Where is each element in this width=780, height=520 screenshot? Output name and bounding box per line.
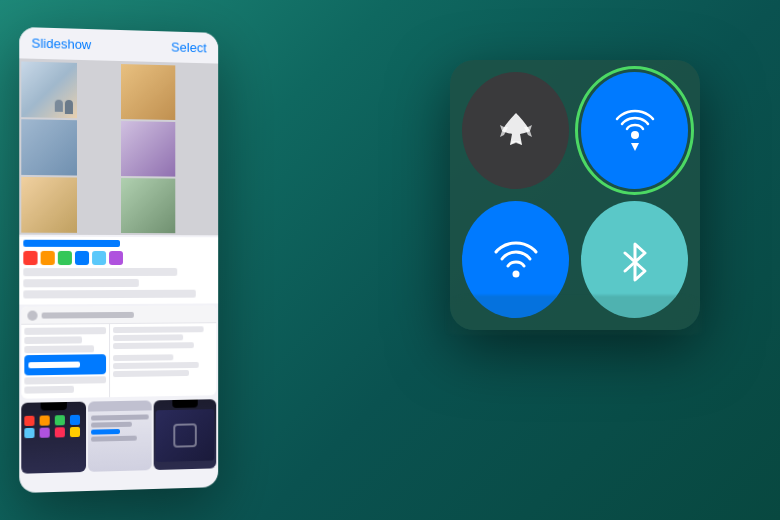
settings-section [21, 305, 216, 398]
photo-thumb[interactable] [21, 61, 77, 118]
photos-top-bar: Slideshow Select [19, 27, 218, 65]
svg-point-1 [512, 270, 519, 277]
control-center-panel [450, 60, 700, 330]
photos-grid [19, 59, 218, 235]
airplane-icon [492, 107, 540, 155]
photo-thumb[interactable] [21, 119, 77, 175]
svg-point-0 [631, 131, 639, 139]
photo-thumb[interactable] [21, 177, 77, 233]
ios-screen-3 [154, 399, 217, 470]
ios-screen-1 [21, 402, 86, 474]
control-center-reflection [450, 295, 700, 335]
photo-thumb[interactable] [121, 64, 175, 120]
bottom-screens-row [19, 397, 218, 476]
airplane-mode-button[interactable] [462, 72, 569, 189]
wifi-icon [492, 236, 540, 284]
select-button[interactable]: Select [171, 39, 206, 55]
slideshow-button[interactable]: Slideshow [31, 35, 91, 52]
ios-screen-2 [88, 400, 152, 471]
photos-panel: Slideshow Select [19, 27, 218, 493]
app-icons-section [19, 237, 218, 305]
bluetooth-icon [611, 236, 659, 284]
photo-thumb[interactable] [121, 178, 175, 233]
airdrop-icon [611, 107, 659, 155]
airdrop-button[interactable] [581, 72, 688, 189]
photo-thumb[interactable] [121, 121, 175, 177]
